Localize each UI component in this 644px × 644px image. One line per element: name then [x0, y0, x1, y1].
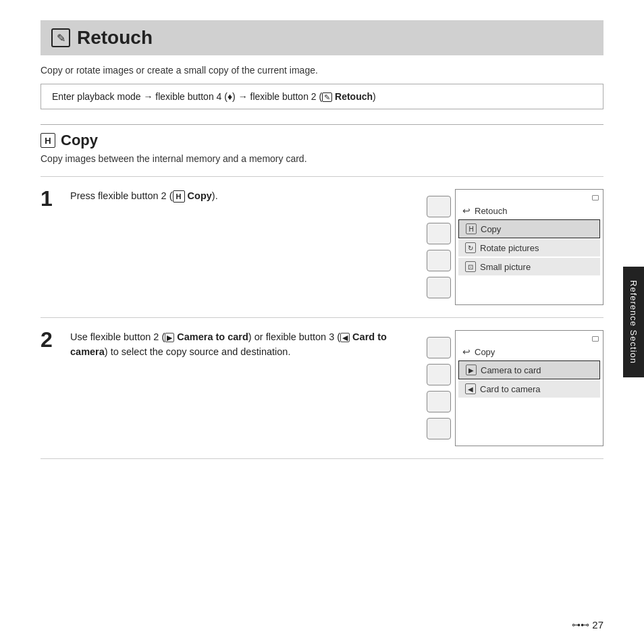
flex-btn-1 [427, 196, 451, 217]
copy-section-title: H Copy [41, 124, 603, 149]
cam-to-card-inline-icon: ▶ [165, 333, 174, 342]
reference-section-tab: Reference Section [623, 267, 644, 377]
card-to-cam-inline-icon: ◀ [340, 333, 350, 342]
menu-item-card-to-cam: ◀ Card to camera [458, 380, 600, 398]
nav-text: Enter playback mode → flexible button 4 … [52, 91, 376, 102]
step-1-camera-ui: ↩ Retouch H Copy ↻ Rotate pictures [427, 189, 603, 305]
page-icon: ⊶⊷ [572, 620, 589, 630]
menu-item-rotate: ↻ Rotate pictures [458, 239, 600, 257]
small-menu-icon: ⊡ [465, 261, 476, 272]
flex-btn-2-3 [427, 391, 451, 412]
step-2-screen: ↩ Copy ▶ Camera to card ◀ Card to camera [455, 330, 603, 446]
rotate-menu-icon: ↻ [465, 242, 476, 253]
step-1-screen: ↩ Retouch H Copy ↻ Rotate pictures [455, 189, 603, 305]
step1-copy-icon: H [173, 190, 185, 203]
step-2-buttons [427, 330, 451, 446]
steps-container: 1 Press flexible button 2 (H Copy). [41, 176, 603, 459]
step-2-camera-ui: ↩ Copy ▶ Camera to card ◀ Card to camera [427, 330, 603, 446]
flex-btn-2-4 [427, 418, 451, 439]
page-number: ⊶⊷ 27 [572, 619, 603, 630]
step-2-content: Use flexible button 2 (▶ Camera to card)… [70, 330, 427, 360]
flex-btn-2-1 [427, 337, 451, 358]
copy-section-icon: H [41, 133, 55, 148]
step-1-number: 1 [41, 186, 70, 211]
flex-btn-4 [427, 277, 451, 298]
menu-label-card-to-cam: Card to camera [480, 384, 541, 394]
screen-top-bar [456, 195, 603, 200]
nav-box: Enter playback mode → flexible button 4 … [41, 84, 603, 109]
menu-label-copy-back: Copy [475, 347, 495, 357]
copy-menu-icon: H [466, 223, 477, 234]
flex-btn-3 [427, 250, 451, 271]
menu-label-small: Small picture [480, 262, 531, 272]
copy-subtitle: Copy images between the internal memory … [41, 153, 603, 164]
menu-label-cam-to-card: Camera to card [481, 365, 541, 375]
section-title: Retouch [77, 27, 153, 49]
menu-label-rotate: Rotate pictures [480, 243, 539, 253]
card-to-cam-icon: ◀ [465, 383, 476, 394]
menu-item-cam-to-card: ▶ Camera to card [458, 360, 600, 379]
header-subtitle: Copy or rotate images or create a small … [41, 65, 603, 76]
flex-btn-2-2 [427, 364, 451, 385]
screen-dot-2 [592, 336, 599, 342]
back-icon-2: ↩ [462, 346, 471, 357]
copy-title-label: Copy [61, 132, 98, 149]
menu-label-retouch: Retouch [475, 206, 507, 216]
section-header: Retouch [41, 20, 603, 55]
menu-item-copy-back: ↩ Copy [456, 343, 603, 360]
screen-dot [592, 195, 599, 200]
menu-item-copy: H Copy [458, 219, 600, 238]
step-1: 1 Press flexible button 2 (H Copy). [41, 176, 603, 317]
page: Retouch Copy or rotate images or create … [0, 0, 644, 644]
step-1-buttons [427, 189, 451, 305]
menu-item-retouch: ↩ Retouch [456, 202, 603, 219]
step-2: 2 Use flexible button 2 (▶ Camera to car… [41, 317, 603, 459]
flex-btn-2 [427, 223, 451, 244]
retouch-icon [51, 28, 70, 47]
page-num-label: 27 [592, 619, 603, 630]
reference-label: Reference Section [628, 280, 639, 364]
menu-item-small: ⊡ Small picture [458, 258, 600, 275]
screen-top-bar-2 [456, 336, 603, 342]
back-icon: ↩ [462, 205, 471, 216]
menu-label-copy: Copy [481, 224, 501, 234]
step-2-number: 2 [41, 327, 70, 352]
cam-to-card-icon: ▶ [466, 365, 477, 375]
screen-spacer [456, 398, 603, 417]
step-1-content: Press flexible button 2 (H Copy). [70, 189, 427, 204]
